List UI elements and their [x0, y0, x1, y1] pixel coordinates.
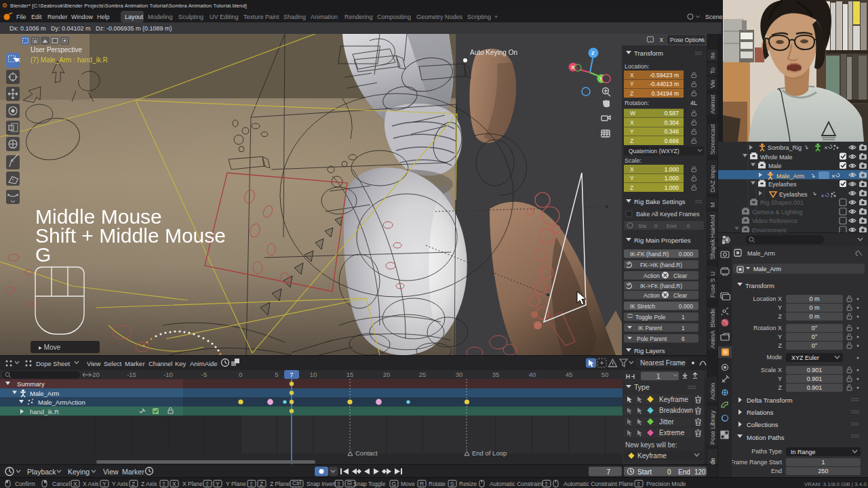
svg-text:Render: Render	[47, 14, 68, 20]
svg-text:Mode: Mode	[766, 354, 782, 361]
svg-text:0.34194 m: 0.34194 m	[652, 90, 679, 97]
svg-text:Move: Move	[401, 481, 415, 487]
svg-text:Animation: Animation	[311, 14, 338, 20]
svg-text:Rig Main Properties: Rig Main Properties	[634, 237, 691, 244]
svg-text:0 m: 0 m	[809, 304, 819, 311]
svg-text:Shading: Shading	[283, 14, 306, 20]
svg-text:Male_ArmAction: Male_ArmAction	[38, 399, 85, 406]
svg-text:Nearest Frame: Nearest Frame	[640, 359, 686, 367]
svg-text:Scene: Scene	[705, 14, 723, 20]
svg-text:Playback: Playback	[27, 468, 56, 476]
svg-text:XYZ Euler: XYZ Euler	[791, 354, 819, 361]
svg-text:5: 5	[275, 371, 278, 378]
svg-text:Auto Keying On: Auto Keying On	[470, 49, 517, 56]
svg-text:Ctrl: Ctrl	[292, 480, 301, 487]
svg-text:Z: Z	[778, 384, 783, 391]
svg-text:X: X	[630, 166, 634, 173]
svg-text:120: 120	[694, 468, 706, 476]
svg-text:Y: Y	[630, 128, 634, 135]
svg-text:Pose Options: Pose Options	[670, 37, 705, 43]
svg-text:Cancel: Cancel	[52, 481, 71, 487]
svg-text:1.000: 1.000	[665, 184, 679, 191]
svg-text:Texture Paint: Texture Paint	[243, 14, 279, 20]
svg-text:Male_Arm: Male_Arm	[776, 173, 804, 180]
svg-text:0: 0	[654, 223, 658, 229]
svg-text:Rig Layers: Rig Layers	[634, 347, 665, 354]
svg-text:1.000: 1.000	[665, 166, 679, 173]
svg-text:-0.44013 m: -0.44013 m	[650, 81, 679, 87]
svg-text:Automatic Constraint: Automatic Constraint	[490, 481, 544, 487]
svg-text:Relations: Relations	[747, 409, 774, 416]
svg-text:Modeling: Modeling	[148, 14, 173, 20]
svg-text:0 m: 0 m	[809, 296, 819, 302]
svg-text:Rotation:: Rotation:	[625, 100, 649, 106]
svg-text:IK-FK (hand.R): IK-FK (hand.R)	[630, 251, 669, 258]
svg-text:0.587: 0.587	[665, 110, 679, 117]
svg-text:Geometry Nodes: Geometry Nodes	[416, 14, 463, 20]
svg-text:Animat: Animat	[709, 94, 716, 114]
svg-text:Vie: Vie	[709, 79, 716, 88]
svg-text:Select: Select	[104, 360, 122, 367]
svg-text:Transform: Transform	[634, 49, 663, 57]
svg-text:1.000: 1.000	[665, 175, 679, 182]
svg-text:1: 1	[682, 314, 685, 321]
svg-text:End: End	[667, 223, 676, 229]
svg-text:View: View	[103, 468, 119, 476]
svg-text:Z: Z	[591, 50, 595, 56]
svg-text:Male_Arm: Male_Arm	[753, 266, 781, 272]
svg-text:Scale:: Scale:	[625, 157, 642, 164]
svg-text:X: X	[73, 481, 77, 487]
svg-text:Type: Type	[634, 383, 650, 391]
svg-text:Clear: Clear	[673, 272, 687, 279]
svg-text:7: 7	[606, 468, 610, 476]
svg-text:Frame Range Start: Frame Range Start	[730, 459, 782, 466]
svg-text:-0.59423 m: -0.59423 m	[650, 72, 679, 79]
svg-text:15: 15	[347, 371, 354, 378]
svg-text:X: X	[630, 119, 634, 126]
svg-text:0: 0	[239, 371, 242, 378]
svg-text:Ite: Ite	[709, 52, 716, 59]
svg-text:Sta: Sta	[638, 223, 647, 229]
svg-text:End: End	[678, 468, 690, 476]
svg-text:0.346: 0.346	[665, 128, 679, 135]
svg-text:Channel: Channel	[149, 360, 172, 367]
svg-text:⇧: ⇧	[336, 481, 341, 487]
svg-text:Rig Bake Settings: Rig Bake Settings	[634, 198, 686, 205]
svg-text:0.304: 0.304	[665, 119, 679, 126]
svg-text:4L: 4L	[690, 100, 697, 106]
svg-text:Edit: Edit	[31, 14, 42, 20]
svg-text:X Axis: X Axis	[83, 481, 99, 487]
svg-text:U: U	[709, 272, 716, 277]
svg-text:0 m: 0 m	[809, 313, 819, 320]
svg-text:Male: Male	[768, 163, 782, 169]
svg-text:Delta Transform: Delta Transform	[747, 396, 793, 404]
svg-text:Y: Y	[778, 375, 782, 382]
svg-text:IK Parent: IK Parent	[638, 325, 663, 331]
svg-text:Keyframe: Keyframe	[659, 396, 688, 403]
svg-text:AnimA: AnimA	[709, 330, 716, 348]
svg-text:7: 7	[290, 371, 293, 378]
svg-text:0°: 0°	[812, 342, 818, 349]
svg-text:X: X	[630, 72, 634, 79]
svg-text:X: X	[660, 37, 664, 43]
svg-text:VRAM: 3.1/8.0 GiB | 3.4.0: VRAM: 3.1/8.0 GiB | 3.4.0	[804, 481, 867, 487]
svg-text:Extreme: Extreme	[659, 429, 685, 436]
svg-text:M: M	[709, 203, 716, 208]
svg-text:R: R	[420, 481, 424, 487]
svg-text:1: 1	[821, 459, 825, 466]
svg-text:Location X: Location X	[753, 296, 782, 302]
svg-text:Pose Library: Pose Library	[709, 410, 716, 445]
svg-text:-5: -5	[201, 371, 207, 378]
svg-text:Pole Parent: Pole Parent	[637, 336, 667, 342]
svg-text:File: File	[16, 14, 26, 20]
svg-text:Whole Male: Whole Male	[760, 154, 793, 161]
svg-text:Z: Z	[260, 481, 263, 487]
svg-text:Location:: Location:	[625, 63, 650, 70]
svg-text:0.901: 0.901	[807, 384, 823, 391]
svg-text:0.666: 0.666	[665, 138, 679, 144]
svg-text:Key: Key	[175, 360, 186, 367]
svg-text:Y: Y	[216, 481, 220, 487]
svg-text:Z: Z	[778, 313, 783, 320]
svg-text:-15: -15	[127, 371, 136, 378]
svg-text:0.901: 0.901	[807, 375, 823, 382]
